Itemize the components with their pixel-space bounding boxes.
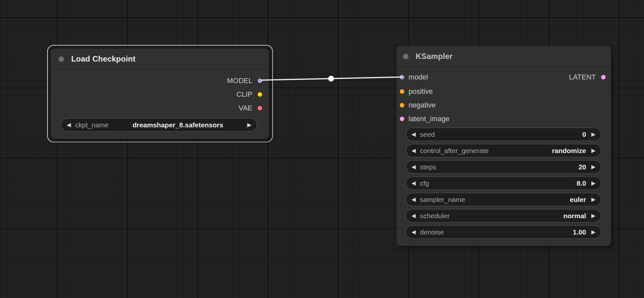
input-row-negative: negative — [397, 98, 611, 112]
widget-value[interactable]: randomize — [552, 147, 586, 155]
node-title: Load Checkpoint — [71, 54, 136, 64]
node-graph-canvas[interactable]: Load Checkpoint MODEL CLIP VAE ◀ ckpt_na… — [0, 0, 644, 298]
widget-value[interactable]: euler — [570, 196, 586, 204]
increment-arrow-icon[interactable]: ▶ — [591, 164, 596, 170]
link-midpoint-dot[interactable] — [328, 76, 334, 82]
increment-arrow-icon[interactable]: ▶ — [591, 213, 596, 219]
widget-label: cfg — [420, 179, 429, 187]
widget-label: scheduler — [420, 212, 449, 220]
input-slot-negative-icon[interactable] — [400, 103, 404, 107]
output-row-clip: CLIP — [51, 88, 269, 101]
decrement-arrow-icon[interactable]: ◀ — [67, 122, 71, 128]
increment-arrow-icon[interactable]: ▶ — [591, 132, 596, 137]
output-slot-model-icon[interactable] — [258, 78, 262, 83]
input-slot-positive-icon[interactable] — [400, 89, 404, 94]
decrement-arrow-icon[interactable]: ◀ — [411, 213, 416, 219]
widget-value[interactable]: 8.0 — [577, 179, 586, 187]
input-row-positive: positive — [397, 85, 611, 98]
output-row-vae: VAE — [51, 101, 269, 115]
header-separator — [397, 66, 611, 67]
widget-denoise[interactable]: ◀ denoise 1.00 ▶ — [406, 225, 601, 239]
input-label: positive — [409, 87, 433, 96]
widget-steps[interactable]: ◀ steps 20 ▶ — [406, 160, 601, 174]
input-label: negative — [409, 101, 436, 109]
widget-value[interactable]: normal — [563, 212, 586, 220]
input-label: latent_image — [409, 115, 449, 123]
widget-label: ckpt_name — [75, 121, 109, 129]
widget-label: control_after_generate — [420, 147, 489, 155]
widget-label: steps — [420, 163, 436, 171]
widget-value[interactable]: 20 — [579, 163, 586, 171]
output-label: CLIP — [236, 90, 252, 99]
widget-ckpt-name[interactable]: ◀ ckpt_name dreamshaper_8.safetensors ▶ — [61, 118, 257, 132]
collapse-dot-icon[interactable] — [59, 56, 64, 62]
widget-seed[interactable]: ◀ seed 0 ▶ — [406, 128, 601, 141]
widget-sampler-name[interactable]: ◀ sampler_name euler ▶ — [406, 193, 601, 206]
decrement-arrow-icon[interactable]: ◀ — [411, 132, 416, 137]
increment-arrow-icon[interactable]: ▶ — [591, 148, 596, 153]
output-slot-clip-icon[interactable] — [258, 92, 262, 97]
widget-label: sampler_name — [420, 196, 465, 204]
output-row-latent: LATENT — [397, 70, 611, 84]
increment-arrow-icon[interactable]: ▶ — [591, 229, 596, 235]
output-label: VAE — [239, 104, 252, 112]
output-row-model: MODEL — [51, 74, 269, 88]
decrement-arrow-icon[interactable]: ◀ — [411, 180, 416, 186]
output-slot-vae-icon[interactable] — [258, 106, 262, 110]
node-header[interactable]: Load Checkpoint — [51, 49, 269, 69]
output-label: MODEL — [227, 77, 252, 85]
decrement-arrow-icon[interactable]: ◀ — [411, 229, 416, 235]
header-separator — [51, 69, 269, 69]
node-ksampler[interactable]: KSampler model positive negative latent_… — [396, 46, 611, 246]
input-row-latent-image: latent_image — [397, 112, 611, 126]
node-title: KSampler — [416, 52, 453, 61]
collapse-dot-icon[interactable] — [403, 54, 409, 59]
widget-cfg[interactable]: ◀ cfg 8.0 ▶ — [406, 177, 601, 190]
widget-label: seed — [420, 131, 435, 138]
widget-scheduler[interactable]: ◀ scheduler normal ▶ — [406, 209, 601, 222]
widget-value[interactable]: dreamshaper_8.safetensors — [132, 121, 223, 129]
input-slot-latent-image-icon[interactable] — [400, 117, 404, 121]
widget-label: denoise — [420, 228, 444, 236]
increment-arrow-icon[interactable]: ▶ — [591, 180, 596, 186]
widget-control-after-generate[interactable]: ◀ control_after_generate randomize ▶ — [406, 144, 601, 157]
node-header[interactable]: KSampler — [397, 46, 611, 66]
decrement-arrow-icon[interactable]: ◀ — [411, 197, 416, 202]
increment-arrow-icon[interactable]: ▶ — [247, 122, 251, 128]
decrement-arrow-icon[interactable]: ◀ — [411, 148, 416, 153]
widget-value[interactable]: 1.00 — [573, 228, 586, 236]
output-label: LATENT — [569, 73, 596, 81]
widget-value[interactable]: 0 — [582, 131, 586, 138]
decrement-arrow-icon[interactable]: ◀ — [411, 164, 416, 170]
increment-arrow-icon[interactable]: ▶ — [591, 197, 596, 202]
node-load-checkpoint[interactable]: Load Checkpoint MODEL CLIP VAE ◀ ckpt_na… — [51, 49, 269, 139]
output-slot-latent-icon[interactable] — [601, 75, 606, 79]
wire-line[interactable] — [262, 77, 401, 80]
